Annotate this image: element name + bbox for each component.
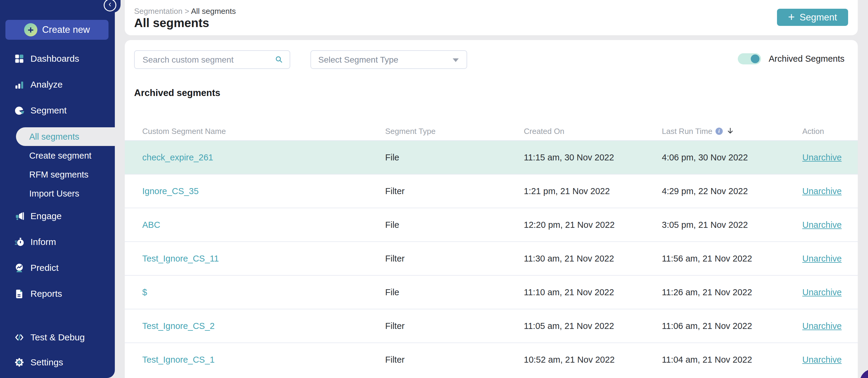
unarchive-link[interactable]: Unarchive [802, 321, 842, 331]
sidebar-item-label: Engage [30, 211, 61, 221]
created-on-cell: 11:15 am, 30 Nov 2022 [524, 152, 662, 163]
table-row: Test_Ignore_CS_11Filter11:30 am, 21 Nov … [125, 241, 858, 275]
sidebar-item-segment[interactable]: Segment [0, 101, 115, 119]
new-segment-button-label: Segment [800, 12, 837, 23]
unarchive-link[interactable]: Unarchive [802, 287, 842, 297]
created-on-cell: 11:10 am, 21 Nov 2022 [524, 287, 662, 297]
sidebar-item-label: Settings [30, 357, 63, 368]
sort-desc-icon[interactable] [726, 127, 735, 136]
sidebar-footer: Test & DebugSettings [0, 328, 115, 371]
column-header-last-run-time[interactable]: Last Run Timei [662, 127, 802, 136]
segment-type-cell: Filter [385, 254, 524, 264]
breadcrumb-separator-glyph: > [185, 7, 189, 15]
sidebar-item-label: Dashboards [30, 54, 79, 64]
table-row: check_expire_261File11:15 am, 30 Nov 202… [125, 140, 858, 174]
sidebar-item-engage[interactable]: Engage [0, 207, 115, 225]
page-header: Segmentation > All segments All segments… [125, 0, 858, 35]
archived-segments-toggle[interactable] [738, 53, 761, 64]
sidebar-item-reports[interactable]: Reports [0, 285, 115, 303]
section-title: Archived segments [134, 88, 220, 98]
unarchive-link[interactable]: Unarchive [802, 152, 842, 162]
sidebar-item-settings[interactable]: Settings [0, 353, 115, 371]
inform-icon [14, 237, 24, 247]
chat-widget-button[interactable] [860, 369, 868, 378]
breadcrumb-parent[interactable]: Segmentation [134, 7, 182, 15]
predict-icon [14, 263, 24, 273]
column-header-label: Last Run Time [662, 127, 712, 136]
sidebar-item-test-debug[interactable]: Test & Debug [0, 328, 115, 346]
toggle-knob [751, 55, 760, 63]
created-on-cell: 12:20 pm, 21 Nov 2022 [524, 220, 662, 230]
gear-icon [14, 357, 24, 368]
unarchive-link[interactable]: Unarchive [802, 254, 842, 263]
sidebar-item-label: Inform [30, 237, 56, 247]
segment-name-link[interactable]: Test_Ignore_CS_11 [142, 254, 219, 263]
last-run-cell: 4:06 pm, 30 Nov 2022 [662, 152, 802, 163]
table-row: $File11:10 am, 21 Nov 202211:26 am, 21 N… [125, 275, 858, 309]
segments-table-body: check_expire_261File11:15 am, 30 Nov 202… [125, 140, 858, 376]
code-icon [14, 332, 24, 342]
table-header-row: Custom Segment NameSegment TypeCreated O… [125, 122, 858, 140]
last-run-cell: 11:04 am, 21 Nov 2022 [662, 355, 802, 365]
archived-toggle-label: Archived Segments [769, 54, 844, 64]
segment-type-cell: File [385, 152, 524, 163]
segment-name-link[interactable]: Test_Ignore_CS_2 [142, 321, 215, 331]
sidebar-item-predict[interactable]: Predict [0, 259, 115, 277]
unarchive-link[interactable]: Unarchive [802, 220, 842, 230]
segment-icon [14, 105, 24, 115]
sidebar-item-label: Analyze [30, 79, 63, 90]
info-icon[interactable]: i [715, 128, 723, 135]
search-icon[interactable] [275, 55, 284, 64]
segment-name-link[interactable]: Ignore_CS_35 [142, 186, 198, 196]
segment-name-link[interactable]: ABC [142, 220, 160, 230]
sidebar-item-label: Reports [30, 288, 62, 299]
segment-name-link[interactable]: $ [142, 287, 147, 297]
sidebar-item-analyze[interactable]: Analyze [0, 75, 115, 94]
breadcrumb: Segmentation > All segments [134, 7, 236, 16]
last-run-cell: 11:56 am, 21 Nov 2022 [662, 254, 802, 264]
table-row: Test_Ignore_CS_2Filter11:05 am, 21 Nov 2… [125, 309, 858, 342]
segment-type-cell: File [385, 220, 524, 230]
sidebar-subitem-import-users[interactable]: Import Users [0, 184, 115, 203]
dashboards-icon [14, 54, 24, 64]
segment-type-cell: Filter [385, 186, 524, 196]
segment-type-cell: File [385, 287, 524, 297]
search-input[interactable] [142, 51, 273, 69]
sidebar-item-label: Test & Debug [30, 332, 85, 342]
table-row: Ignore_CS_35Filter1:21 pm, 21 Nov 20224:… [125, 174, 858, 208]
reports-icon [14, 288, 24, 299]
column-header-segment-type: Segment Type [385, 127, 524, 136]
table-row: Test_Ignore_CS_1Filter10:52 am, 21 Nov 2… [125, 342, 858, 376]
column-header-custom-segment-name: Custom Segment Name [142, 127, 385, 136]
create-new-button[interactable]: + Create new [5, 20, 108, 40]
created-on-cell: 10:52 am, 21 Nov 2022 [524, 355, 662, 365]
sidebar: + Create new DashboardsAnalyzeSegmentAll… [0, 0, 115, 378]
sidebar-item-label: Segment [30, 105, 67, 115]
column-header-created-on: Created On [524, 127, 662, 136]
breadcrumb-current: All segments [191, 7, 236, 15]
segment-type-select-value: Select Segment Type [318, 55, 398, 65]
sidebar-subitem-create-segment[interactable]: Create segment [0, 146, 115, 165]
unarchive-link[interactable]: Unarchive [802, 186, 842, 196]
segment-name-link[interactable]: check_expire_261 [142, 152, 213, 162]
segment-type-select[interactable]: Select Segment Type [310, 50, 467, 69]
plus-icon: + [788, 11, 795, 23]
plus-icon: + [24, 23, 37, 36]
last-run-cell: 3:05 pm, 21 Nov 2022 [662, 220, 802, 230]
sidebar-subitem-rfm-segments[interactable]: RFM segments [0, 165, 115, 184]
segment-type-cell: Filter [385, 355, 524, 365]
created-on-cell: 1:21 pm, 21 Nov 2022 [524, 186, 662, 196]
sidebar-item-dashboards[interactable]: Dashboards [0, 50, 115, 68]
segments-panel: Select Segment Type Archived Segments Ar… [125, 40, 858, 378]
page-title: All segments [134, 16, 209, 30]
analyze-icon [14, 79, 24, 90]
created-on-cell: 11:30 am, 21 Nov 2022 [524, 254, 662, 264]
unarchive-link[interactable]: Unarchive [802, 355, 842, 365]
search-box [134, 50, 290, 69]
sidebar-item-inform[interactable]: Inform [0, 233, 115, 251]
create-new-label: Create new [42, 24, 90, 35]
segment-name-link[interactable]: Test_Ignore_CS_1 [142, 355, 215, 365]
new-segment-button[interactable]: + Segment [777, 9, 848, 26]
last-run-cell: 11:06 am, 21 Nov 2022 [662, 321, 802, 331]
sidebar-subitem-all-segments[interactable]: All segments [16, 127, 115, 146]
